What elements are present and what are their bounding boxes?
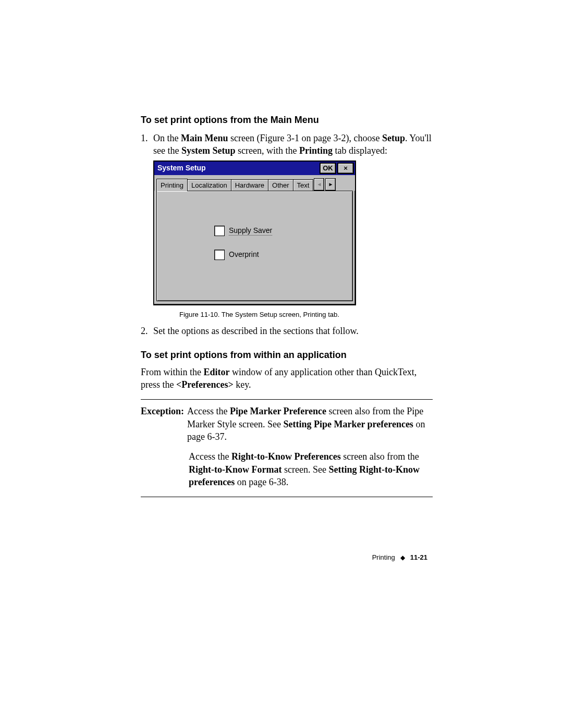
step-2: 2. Set the options as described in the s…: [141, 325, 433, 337]
t: screen. See: [282, 464, 328, 475]
supply-saver-checkbox[interactable]: [214, 226, 225, 236]
step-1-number: 1.: [141, 132, 153, 157]
overprint-checkbox[interactable]: [214, 250, 225, 260]
t: Printing: [299, 145, 333, 156]
t: Access the: [189, 451, 231, 462]
tab-other[interactable]: Other: [268, 179, 293, 191]
tab-strip: Printing Localization Hardware Other Tex…: [154, 175, 355, 191]
step-1-body: On the Main Menu screen (Figure 3-1 on p…: [153, 132, 433, 157]
tab-hardware[interactable]: Hardware: [231, 179, 268, 191]
diamond-icon: ◆: [400, 554, 405, 561]
page-footer: Printing ◆ 11-21: [372, 553, 427, 561]
tab-text[interactable]: Text: [293, 179, 314, 191]
tab-printing[interactable]: Printing: [156, 179, 188, 191]
overprint-row: Overprint: [214, 250, 259, 260]
t: screen (Figure 3-1 on page 3-2), choose: [228, 133, 382, 143]
tab-localization[interactable]: Localization: [187, 179, 231, 191]
t: Editor: [204, 367, 230, 377]
document-page: To set print options from the Main Menu …: [141, 115, 433, 502]
window-title: System Setup: [154, 162, 320, 175]
rule-bottom: [141, 497, 433, 497]
exception-body-1: Access the Pipe Marker Preference screen…: [186, 405, 433, 443]
t: From within the: [141, 367, 204, 377]
figure-caption: Figure 11-10. The System Setup screen, P…: [179, 311, 433, 318]
step-1: 1. On the Main Menu screen (Figure 3-1 o…: [141, 132, 433, 157]
t: On the: [153, 133, 181, 143]
step-2-body: Set the options as described in the sect…: [153, 325, 433, 337]
t: Setup: [382, 133, 405, 143]
tab-scroll-left-icon[interactable]: ◄: [314, 178, 324, 191]
t: Main Menu: [181, 133, 228, 143]
t: <Preferences>: [176, 379, 234, 390]
t: System Setup: [181, 145, 236, 156]
figure-wrapper: System Setup OK × Printing Localization …: [153, 161, 433, 318]
t: Right-to-Know Format: [189, 464, 282, 475]
t: key.: [234, 379, 251, 390]
footer-section: Printing: [372, 553, 395, 561]
rule-top: [141, 399, 433, 400]
close-button[interactable]: ×: [337, 163, 354, 174]
titlebar: System Setup OK ×: [154, 162, 355, 175]
paragraph-application: From within the Editor window of any app…: [141, 366, 433, 391]
t: Right-to-Know Preferences: [231, 451, 341, 462]
t: screen, with the: [236, 145, 299, 156]
heading-application: To set print options from within an appl…: [141, 350, 433, 361]
heading-main-menu: To set print options from the Main Menu: [141, 115, 433, 126]
t: Access the: [187, 406, 230, 416]
supply-saver-row: Supply Saver: [214, 226, 272, 236]
step-2-number: 2.: [141, 325, 153, 337]
t: tab displayed:: [333, 145, 387, 156]
exception-block-1: Exception: Access the Pipe Marker Prefer…: [141, 405, 433, 443]
supply-saver-label: Supply Saver: [229, 226, 272, 236]
ok-button[interactable]: OK: [320, 163, 336, 174]
footer-page-number: 11-21: [410, 553, 427, 561]
t: screen also from the: [341, 451, 419, 462]
exception-label: Exception:: [141, 405, 186, 443]
t: Setting Pipe Marker preferences: [283, 419, 413, 429]
exception-body-2: Access the Right-to-Know Preferences scr…: [189, 450, 433, 488]
tab-scroll-right-icon[interactable]: ►: [325, 178, 336, 191]
tab-panel-printing: Supply Saver Overprint: [156, 191, 353, 301]
overprint-label: Overprint: [229, 250, 259, 259]
t: Pipe Marker Preference: [230, 406, 326, 416]
t: on page 6-38.: [235, 477, 288, 487]
system-setup-window: System Setup OK × Printing Localization …: [153, 161, 356, 305]
